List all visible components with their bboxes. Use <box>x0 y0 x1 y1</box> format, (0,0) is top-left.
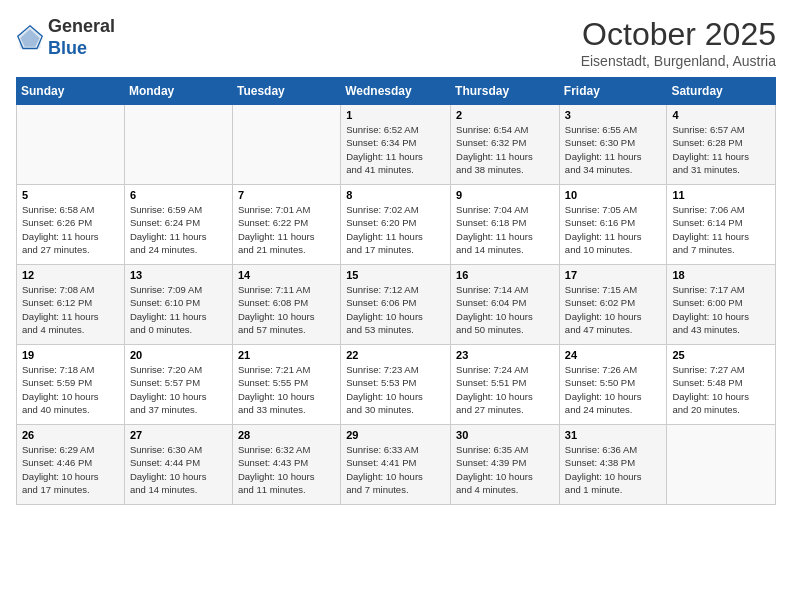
calendar-cell <box>124 105 232 185</box>
weekday-header: Saturday <box>667 78 776 105</box>
calendar-subtitle: Eisenstadt, Burgenland, Austria <box>581 53 776 69</box>
calendar-table: SundayMondayTuesdayWednesdayThursdayFrid… <box>16 77 776 505</box>
day-info: Sunrise: 6:52 AM Sunset: 6:34 PM Dayligh… <box>346 123 445 176</box>
day-number: 12 <box>22 269 119 281</box>
calendar-week-row: 19Sunrise: 7:18 AM Sunset: 5:59 PM Dayli… <box>17 345 776 425</box>
day-number: 13 <box>130 269 227 281</box>
calendar-cell: 21Sunrise: 7:21 AM Sunset: 5:55 PM Dayli… <box>232 345 340 425</box>
calendar-cell: 31Sunrise: 6:36 AM Sunset: 4:38 PM Dayli… <box>559 425 667 505</box>
page-header: General Blue October 2025 Eisenstadt, Bu… <box>16 16 776 69</box>
calendar-cell: 19Sunrise: 7:18 AM Sunset: 5:59 PM Dayli… <box>17 345 125 425</box>
calendar-cell: 16Sunrise: 7:14 AM Sunset: 6:04 PM Dayli… <box>451 265 560 345</box>
calendar-week-row: 5Sunrise: 6:58 AM Sunset: 6:26 PM Daylig… <box>17 185 776 265</box>
day-number: 19 <box>22 349 119 361</box>
calendar-week-row: 26Sunrise: 6:29 AM Sunset: 4:46 PM Dayli… <box>17 425 776 505</box>
day-number: 16 <box>456 269 554 281</box>
calendar-body: 1Sunrise: 6:52 AM Sunset: 6:34 PM Daylig… <box>17 105 776 505</box>
calendar-cell: 3Sunrise: 6:55 AM Sunset: 6:30 PM Daylig… <box>559 105 667 185</box>
day-number: 4 <box>672 109 770 121</box>
day-number: 29 <box>346 429 445 441</box>
day-number: 23 <box>456 349 554 361</box>
logo: General Blue <box>16 16 115 59</box>
day-info: Sunrise: 7:21 AM Sunset: 5:55 PM Dayligh… <box>238 363 335 416</box>
day-number: 1 <box>346 109 445 121</box>
calendar-cell <box>17 105 125 185</box>
logo-text: General Blue <box>48 16 115 59</box>
day-info: Sunrise: 7:17 AM Sunset: 6:00 PM Dayligh… <box>672 283 770 336</box>
calendar-cell <box>667 425 776 505</box>
day-number: 26 <box>22 429 119 441</box>
day-info: Sunrise: 7:20 AM Sunset: 5:57 PM Dayligh… <box>130 363 227 416</box>
day-info: Sunrise: 7:08 AM Sunset: 6:12 PM Dayligh… <box>22 283 119 336</box>
day-number: 11 <box>672 189 770 201</box>
day-info: Sunrise: 6:58 AM Sunset: 6:26 PM Dayligh… <box>22 203 119 256</box>
day-info: Sunrise: 7:15 AM Sunset: 6:02 PM Dayligh… <box>565 283 662 336</box>
calendar-cell <box>232 105 340 185</box>
calendar-cell: 13Sunrise: 7:09 AM Sunset: 6:10 PM Dayli… <box>124 265 232 345</box>
day-number: 25 <box>672 349 770 361</box>
calendar-week-row: 12Sunrise: 7:08 AM Sunset: 6:12 PM Dayli… <box>17 265 776 345</box>
day-info: Sunrise: 7:14 AM Sunset: 6:04 PM Dayligh… <box>456 283 554 336</box>
day-number: 31 <box>565 429 662 441</box>
day-info: Sunrise: 7:06 AM Sunset: 6:14 PM Dayligh… <box>672 203 770 256</box>
calendar-cell: 17Sunrise: 7:15 AM Sunset: 6:02 PM Dayli… <box>559 265 667 345</box>
day-number: 15 <box>346 269 445 281</box>
day-info: Sunrise: 6:30 AM Sunset: 4:44 PM Dayligh… <box>130 443 227 496</box>
calendar-cell: 6Sunrise: 6:59 AM Sunset: 6:24 PM Daylig… <box>124 185 232 265</box>
day-info: Sunrise: 7:02 AM Sunset: 6:20 PM Dayligh… <box>346 203 445 256</box>
calendar-cell: 18Sunrise: 7:17 AM Sunset: 6:00 PM Dayli… <box>667 265 776 345</box>
day-info: Sunrise: 6:59 AM Sunset: 6:24 PM Dayligh… <box>130 203 227 256</box>
calendar-cell: 10Sunrise: 7:05 AM Sunset: 6:16 PM Dayli… <box>559 185 667 265</box>
calendar-cell: 20Sunrise: 7:20 AM Sunset: 5:57 PM Dayli… <box>124 345 232 425</box>
weekday-row: SundayMondayTuesdayWednesdayThursdayFrid… <box>17 78 776 105</box>
calendar-cell: 28Sunrise: 6:32 AM Sunset: 4:43 PM Dayli… <box>232 425 340 505</box>
day-number: 30 <box>456 429 554 441</box>
day-info: Sunrise: 7:09 AM Sunset: 6:10 PM Dayligh… <box>130 283 227 336</box>
calendar-cell: 9Sunrise: 7:04 AM Sunset: 6:18 PM Daylig… <box>451 185 560 265</box>
day-number: 20 <box>130 349 227 361</box>
calendar-cell: 27Sunrise: 6:30 AM Sunset: 4:44 PM Dayli… <box>124 425 232 505</box>
logo-icon <box>16 24 44 52</box>
day-info: Sunrise: 6:54 AM Sunset: 6:32 PM Dayligh… <box>456 123 554 176</box>
day-info: Sunrise: 7:27 AM Sunset: 5:48 PM Dayligh… <box>672 363 770 416</box>
day-number: 24 <box>565 349 662 361</box>
day-info: Sunrise: 6:29 AM Sunset: 4:46 PM Dayligh… <box>22 443 119 496</box>
day-number: 21 <box>238 349 335 361</box>
day-number: 3 <box>565 109 662 121</box>
calendar-cell: 26Sunrise: 6:29 AM Sunset: 4:46 PM Dayli… <box>17 425 125 505</box>
calendar-cell: 30Sunrise: 6:35 AM Sunset: 4:39 PM Dayli… <box>451 425 560 505</box>
calendar-week-row: 1Sunrise: 6:52 AM Sunset: 6:34 PM Daylig… <box>17 105 776 185</box>
calendar-cell: 1Sunrise: 6:52 AM Sunset: 6:34 PM Daylig… <box>341 105 451 185</box>
weekday-header: Wednesday <box>341 78 451 105</box>
day-number: 27 <box>130 429 227 441</box>
day-number: 5 <box>22 189 119 201</box>
weekday-header: Friday <box>559 78 667 105</box>
day-info: Sunrise: 6:36 AM Sunset: 4:38 PM Dayligh… <box>565 443 662 496</box>
day-info: Sunrise: 7:01 AM Sunset: 6:22 PM Dayligh… <box>238 203 335 256</box>
day-info: Sunrise: 6:55 AM Sunset: 6:30 PM Dayligh… <box>565 123 662 176</box>
day-number: 8 <box>346 189 445 201</box>
day-info: Sunrise: 7:05 AM Sunset: 6:16 PM Dayligh… <box>565 203 662 256</box>
calendar-cell: 12Sunrise: 7:08 AM Sunset: 6:12 PM Dayli… <box>17 265 125 345</box>
weekday-header: Sunday <box>17 78 125 105</box>
day-number: 22 <box>346 349 445 361</box>
day-number: 28 <box>238 429 335 441</box>
day-info: Sunrise: 7:11 AM Sunset: 6:08 PM Dayligh… <box>238 283 335 336</box>
day-number: 6 <box>130 189 227 201</box>
day-info: Sunrise: 7:12 AM Sunset: 6:06 PM Dayligh… <box>346 283 445 336</box>
calendar-cell: 15Sunrise: 7:12 AM Sunset: 6:06 PM Dayli… <box>341 265 451 345</box>
calendar-cell: 22Sunrise: 7:23 AM Sunset: 5:53 PM Dayli… <box>341 345 451 425</box>
day-number: 18 <box>672 269 770 281</box>
day-info: Sunrise: 7:04 AM Sunset: 6:18 PM Dayligh… <box>456 203 554 256</box>
calendar-header: SundayMondayTuesdayWednesdayThursdayFrid… <box>17 78 776 105</box>
day-info: Sunrise: 6:32 AM Sunset: 4:43 PM Dayligh… <box>238 443 335 496</box>
weekday-header: Tuesday <box>232 78 340 105</box>
calendar-cell: 8Sunrise: 7:02 AM Sunset: 6:20 PM Daylig… <box>341 185 451 265</box>
calendar-cell: 7Sunrise: 7:01 AM Sunset: 6:22 PM Daylig… <box>232 185 340 265</box>
calendar-cell: 29Sunrise: 6:33 AM Sunset: 4:41 PM Dayli… <box>341 425 451 505</box>
title-area: October 2025 Eisenstadt, Burgenland, Aus… <box>581 16 776 69</box>
day-number: 9 <box>456 189 554 201</box>
calendar-cell: 25Sunrise: 7:27 AM Sunset: 5:48 PM Dayli… <box>667 345 776 425</box>
day-info: Sunrise: 7:23 AM Sunset: 5:53 PM Dayligh… <box>346 363 445 416</box>
calendar-cell: 23Sunrise: 7:24 AM Sunset: 5:51 PM Dayli… <box>451 345 560 425</box>
